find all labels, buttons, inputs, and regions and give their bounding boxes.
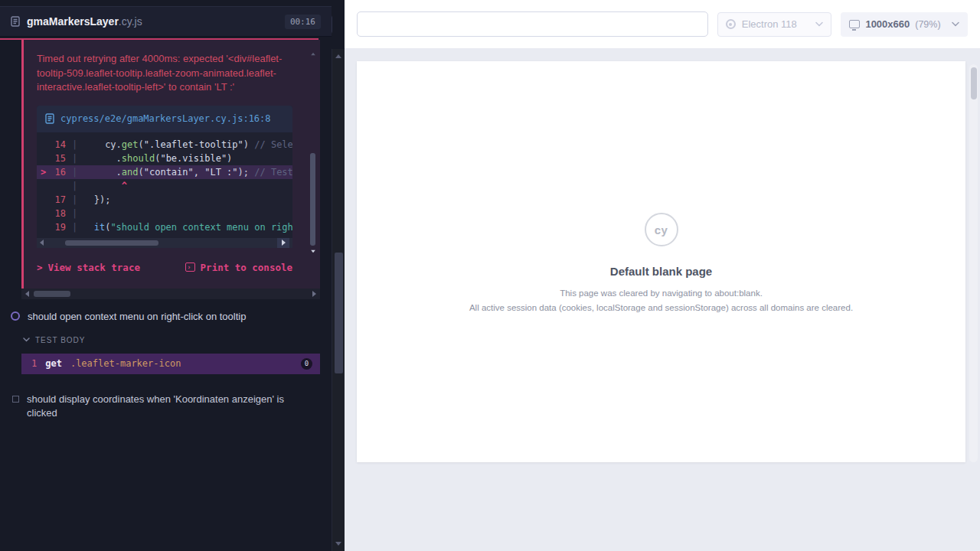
chevron-down-icon [23,337,30,342]
viewport-scale: (79%) [915,19,946,30]
gutter-separator: | [72,179,77,193]
viewport-size: 1000x660 [865,18,910,30]
command-message: .leaflet-marker-icon [70,358,292,369]
blank-page-title: Default blank page [357,265,965,278]
code-line: 17| }); [37,193,292,207]
pending-square-icon [12,396,19,403]
code-line: 19| it("should open context menu on righ [37,220,292,234]
code-text: cy.get(".leaflet-tooltip") // Sele [83,138,292,152]
reporter-panel: Specs ✓ -- × 1 -- [0,0,345,551]
line-marker-spacer [37,193,47,207]
command-log-row[interactable]: 1 get .leaflet-marker-icon 0 [21,354,320,374]
line-marker-spacer [37,207,47,220]
browser-chrome-bar: Electron 118 1000x660 (79%) [345,0,980,49]
test-title: should open context menu on right-click … [28,310,246,324]
vscroll-thumb[interactable] [310,153,315,246]
scroll-down-icon[interactable] [335,542,341,546]
code-frame: cypress/e2e/gmaMarkersLayer.cy.js:16:8 1… [37,106,292,248]
gutter-separator: | [72,165,77,179]
hscroll-thumb[interactable] [34,291,70,297]
scroll-left-icon[interactable] [40,240,44,246]
reporter-vscrollbar[interactable] [332,49,345,551]
line-marker-spacer [37,152,47,165]
line-marker-spacer [37,220,47,234]
vscroll-thumb[interactable] [335,253,343,373]
test-item-pending[interactable]: should display coordinates when 'Koordin… [0,382,332,425]
error-panel-hscrollbar[interactable] [21,289,320,299]
chevron-right-icon: > [37,262,43,273]
spec-header[interactable]: gmaMarkersLayer.cy.js 00:16 [0,6,332,37]
code-line: 14| cy.get(".leaflet-tooltip") // Sele [37,138,292,152]
cypress-logo: cy [645,213,678,246]
line-number: 17 [47,193,66,207]
print-to-console-button[interactable]: › Print to console [185,262,292,273]
command-method: get [45,358,62,369]
aut-stage: cy Default blank page This page was clea… [345,49,980,551]
spec-file-icon [11,16,20,27]
viewport-selector[interactable]: 1000x660 (79%) [841,12,968,37]
view-stack-trace-label: View stack trace [48,262,140,273]
blank-page-subtitle-2: All active session data (cookies, localS… [357,302,965,314]
spec-duration: 00:16 [285,15,321,29]
scroll-right-icon[interactable] [312,291,316,297]
gutter-separator: | [72,193,77,207]
code-text: ^ [83,179,127,193]
reporter-content: gmaMarkersLayer.cy.js 00:16 Timed out re… [0,0,332,551]
code-line: 18| [37,207,292,220]
scroll-up-icon[interactable] [335,54,341,58]
url-input[interactable] [357,11,708,37]
code-text: .and("contain", "LT :"); // Test [83,165,292,179]
scroll-left-icon[interactable] [25,291,29,297]
blank-page-subtitle-1: This page was cleared by navigating to a… [357,287,965,299]
aut-frame: cy Default blank page This page was clea… [357,61,965,462]
spec-name: gmaMarkersLayer.cy.js [27,15,142,28]
gutter-separator: | [72,138,77,152]
error-panel-vscrollbar[interactable] [309,52,316,253]
gutter-separator: | [72,220,77,234]
running-spinner-icon [11,311,20,321]
scroll-right-button[interactable] [277,238,289,248]
view-stack-trace-button[interactable]: > View stack trace [37,262,140,273]
viewport-icon [849,20,860,28]
line-number [47,179,66,193]
code-frame-header[interactable]: cypress/e2e/gmaMarkersLayer.cy.js:16:8 [37,106,292,132]
line-marker-spacer [37,179,47,193]
test-body-section[interactable]: TEST BODY [0,328,332,350]
code-text: it("should open context menu on righ [83,220,292,234]
console-icon: › [185,262,195,272]
gutter-separator: | [72,207,77,220]
hscroll-thumb[interactable] [65,240,158,246]
code-file-icon [45,113,54,124]
app-stage: Electron 118 1000x660 (79%) cy Default b… [345,0,980,551]
error-line-marker-icon: > [37,165,47,179]
line-marker-spacer [37,138,47,152]
line-number: 14 [47,138,66,152]
browser-name: Electron 118 [742,18,810,30]
scroll-up-icon[interactable] [311,53,315,56]
command-count-badge: 0 [301,358,312,370]
code-frame-file-link[interactable]: cypress/e2e/gmaMarkersLayer.cy.js:16:8 [60,112,271,126]
line-number: 18 [47,207,66,220]
error-panel: Timed out retrying after 4000ms: expecte… [21,40,320,289]
code-text: }); [83,193,110,207]
chevron-down-icon [952,21,959,27]
stage-vscrollbar[interactable] [969,64,978,462]
code-text: .should("be.visible") [83,152,232,165]
line-number: 15 [47,152,66,165]
code-lines: 14| cy.get(".leaflet-tooltip") // Sele15… [37,132,292,238]
test-item-running[interactable]: should open context menu on right-click … [0,299,332,328]
test-body-label: TEST BODY [35,336,86,344]
error-message: Timed out retrying after 4000ms: expecte… [37,52,292,95]
gutter-separator: | [72,152,77,165]
code-line: | ^ [37,179,292,193]
chevron-down-icon [815,21,823,27]
command-number: 1 [31,358,37,369]
code-line: >16| .and("contain", "LT :"); // Test [37,165,292,179]
error-actions: > View stack trace › Print to console [37,262,292,273]
electron-browser-icon [726,19,736,29]
print-to-console-label: Print to console [201,262,292,273]
code-frame-hscrollbar[interactable] [37,238,292,248]
browser-selector[interactable]: Electron 118 [717,12,832,37]
scroll-down-icon[interactable] [311,249,315,253]
vscroll-thumb[interactable] [971,67,977,99]
